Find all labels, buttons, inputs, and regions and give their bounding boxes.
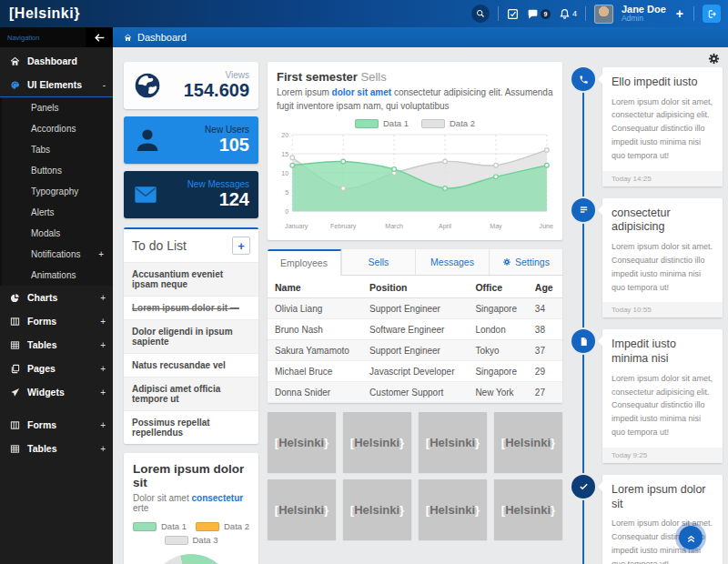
- todo-card: To do List + Accusantium eveniet ipsam n…: [124, 227, 258, 444]
- legend-swatch: [355, 119, 379, 128]
- image-placeholder-tile: [Helsinki}: [419, 479, 487, 539]
- timeline-timestamp: Today 14:25: [602, 171, 723, 186]
- todo-item[interactable]: Natus recusandae vel: [124, 353, 258, 377]
- table-cell: Support Engineer: [362, 340, 468, 361]
- columns-icon: [9, 317, 20, 327]
- todo-item[interactable]: Lorem ipsum dolor sit —: [124, 296, 258, 319]
- table-header-name: Name: [268, 276, 362, 298]
- sidebar-submenu: PanelsAccordionsTabsButtonsTypographyAle…: [0, 97, 113, 286]
- sidebar-subitem-modals[interactable]: Modals: [0, 223, 113, 244]
- tile-label: Helsinki: [505, 436, 551, 449]
- tile-label: Helsinki: [354, 436, 399, 449]
- content-settings-button[interactable]: [707, 52, 721, 65]
- messages-button[interactable]: 9: [527, 8, 551, 20]
- table-cell: Donna Snider: [268, 382, 362, 403]
- todo-item[interactable]: Adipisci amet officia tempore ut: [124, 377, 258, 410]
- table-cell: 29: [528, 361, 562, 382]
- sidebar-item-dashboard[interactable]: Dashboard: [0, 49, 113, 73]
- svg-text:15: 15: [281, 151, 288, 158]
- sidebar-item-ui-elements[interactable]: UI Elements -: [0, 73, 113, 97]
- table-cell: Bruno Nash: [268, 319, 362, 340]
- app-logo[interactable]: [Helsinki}: [0, 5, 89, 22]
- desc-link[interactable]: dolor sit amet: [332, 87, 392, 97]
- table-row: Bruno NashSoftware EngineerLondon38: [268, 319, 562, 340]
- user-role: Admin: [622, 15, 666, 23]
- sidebar-item-label: Pages: [27, 363, 56, 374]
- sidebar-subitem-animations[interactable]: Animations: [0, 265, 113, 286]
- sidebar-item-forms[interactable]: Forms +: [0, 309, 113, 333]
- sidebar-item-expander: +: [100, 340, 106, 350]
- svg-text:20: 20: [281, 132, 288, 139]
- notifications-button[interactable]: 4: [559, 8, 577, 20]
- check-icon: [571, 475, 595, 499]
- stat-label: New Messages: [187, 179, 249, 190]
- breadcrumb-label[interactable]: Dashboard: [137, 32, 187, 43]
- sidebar-subitem-buttons[interactable]: Buttons: [0, 160, 113, 181]
- stat-card-views: Views 154.609: [124, 62, 258, 109]
- timeline-title: consectetur adipisicing: [602, 198, 723, 235]
- sidebar-item-tables[interactable]: Tables +: [0, 437, 113, 460]
- tab-messages[interactable]: Messages: [415, 249, 489, 276]
- user-avatar[interactable]: [594, 5, 613, 24]
- todo-item[interactable]: Possimus repellat repellendus: [124, 410, 258, 444]
- tile-label: Helsinki: [505, 503, 551, 517]
- navbar-actions: 9 4 Jane Doe Admin +: [471, 5, 728, 24]
- submenu-expander: +: [98, 249, 104, 259]
- todo-item[interactable]: Dolor eligendi in ipsum sapiente: [124, 319, 258, 353]
- check-square-icon: [507, 8, 519, 20]
- sidebar-item-widgets[interactable]: Widgets +: [0, 380, 113, 404]
- todo-add-button[interactable]: +: [232, 237, 250, 255]
- chevrons-up-icon: [685, 532, 697, 544]
- stat-value: 154.609: [184, 80, 249, 101]
- sidebar-subitem-alerts[interactable]: Alerts: [0, 202, 113, 223]
- gear-icon: [502, 257, 511, 267]
- add-button[interactable]: +: [674, 6, 685, 21]
- tab-sells[interactable]: Sells: [341, 249, 415, 276]
- sidebar-subitem-panels[interactable]: Panels: [0, 97, 113, 118]
- logout-button[interactable]: [703, 5, 721, 23]
- timeline-entry: Impedit iusto minima nisi Lorem ipsum do…: [602, 329, 723, 462]
- search-button[interactable]: [471, 5, 490, 23]
- sidebar-item-pages[interactable]: Pages +: [0, 357, 113, 380]
- timeline-body: Lorem ipsum dolor sit amet, consectetur …: [602, 367, 723, 448]
- sidebar-collapse-button[interactable]: [86, 27, 113, 47]
- submenu-label: Notifications: [31, 249, 80, 259]
- legend-swatch: [133, 522, 157, 531]
- table-icon: [9, 444, 20, 454]
- sidebar-subitem-tabs[interactable]: Tabs: [0, 139, 113, 160]
- search-icon: [476, 9, 485, 18]
- tab-employees[interactable]: Employees: [268, 249, 341, 276]
- tab-settings[interactable]: Settings: [489, 249, 562, 276]
- sidebar-item-forms[interactable]: Forms +: [0, 413, 113, 437]
- svg-text:January: January: [285, 223, 308, 230]
- image-placeholder-tile: [Helsinki}: [268, 479, 336, 539]
- submenu-label: Tabs: [31, 145, 50, 155]
- scroll-to-top-button[interactable]: [679, 526, 703, 549]
- sidebar-item-expander: +: [100, 444, 106, 454]
- legend-item: Data 1: [133, 521, 187, 531]
- sidebar-subitem-accordions[interactable]: Accordions: [0, 118, 113, 139]
- legend-label: Data 2: [450, 118, 475, 128]
- subtitle-link[interactable]: consectetur: [191, 493, 243, 503]
- sidebar-subitem-typography[interactable]: Typography: [0, 181, 113, 202]
- sidebar-item-expander: +: [100, 388, 106, 398]
- table-row: Sakura YamamotoSupport EngineerTokyo37: [268, 340, 562, 361]
- submenu-label: Buttons: [31, 166, 62, 176]
- sidebar-item-charts[interactable]: Charts +: [0, 286, 113, 309]
- sidebar-subitem-notifications[interactable]: Notifications+: [0, 244, 113, 265]
- submenu-label: Typography: [31, 186, 78, 196]
- tile-label: Helsinki: [430, 436, 475, 449]
- tasks-button[interactable]: [507, 8, 519, 20]
- image-placeholder-tile: [Helsinki}: [268, 412, 336, 472]
- user-menu[interactable]: Jane Doe Admin: [622, 5, 666, 23]
- palette-icon: [9, 80, 20, 90]
- table-cell: Support Engineer: [362, 298, 468, 319]
- sidebar-item-tables[interactable]: Tables +: [0, 333, 113, 357]
- todo-item[interactable]: Accusantium eveniet ipsam neque: [124, 262, 258, 296]
- sidebar-item-expander: +: [100, 317, 106, 327]
- chart-description: Lorem ipsum dolor sit amet consectetur a…: [277, 86, 553, 113]
- timeline-title: Ello impedit iusto: [602, 67, 723, 90]
- tile-label: Helsinki: [430, 503, 475, 517]
- desc-text: Lorem ipsum: [277, 87, 332, 97]
- tile-bracket-right: }: [475, 503, 480, 517]
